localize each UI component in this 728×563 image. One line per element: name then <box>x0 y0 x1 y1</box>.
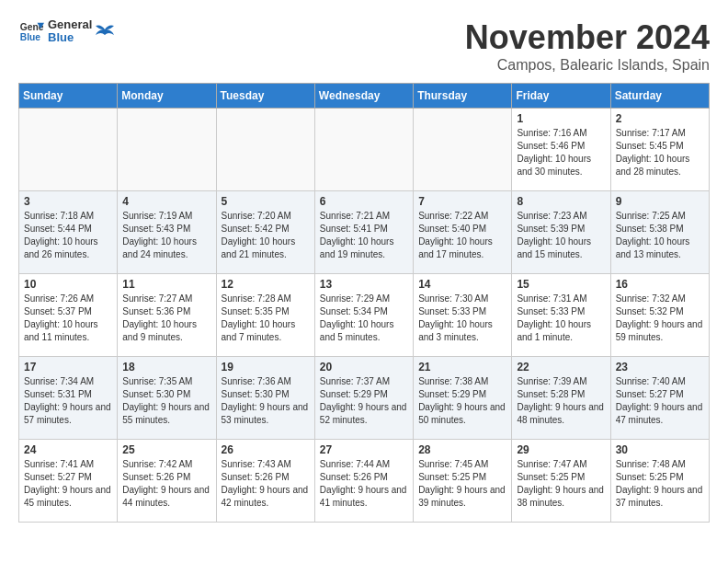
week-row-5: 24Sunrise: 7:41 AMSunset: 5:27 PMDayligh… <box>19 440 710 523</box>
calendar-cell: 6Sunrise: 7:21 AMSunset: 5:41 PMDaylight… <box>314 191 413 274</box>
calendar-cell: 28Sunrise: 7:45 AMSunset: 5:25 PMDayligh… <box>414 440 512 523</box>
day-info: Sunrise: 7:21 AMSunset: 5:41 PMDaylight:… <box>320 210 408 261</box>
logo-icon: General Blue <box>18 18 44 44</box>
calendar-cell: 18Sunrise: 7:35 AMSunset: 5:30 PMDayligh… <box>118 357 216 440</box>
calendar-cell: 14Sunrise: 7:30 AMSunset: 5:33 PMDayligh… <box>414 274 512 357</box>
day-info: Sunrise: 7:19 AMSunset: 5:43 PMDaylight:… <box>122 210 210 261</box>
calendar-cell: 25Sunrise: 7:42 AMSunset: 5:26 PMDayligh… <box>118 440 216 523</box>
day-info: Sunrise: 7:32 AMSunset: 5:32 PMDaylight:… <box>616 293 704 344</box>
week-row-4: 17Sunrise: 7:34 AMSunset: 5:31 PMDayligh… <box>19 357 710 440</box>
day-info: Sunrise: 7:40 AMSunset: 5:27 PMDaylight:… <box>616 375 704 427</box>
day-number: 7 <box>418 195 506 208</box>
calendar-cell: 3Sunrise: 7:18 AMSunset: 5:44 PMDaylight… <box>19 191 118 274</box>
day-number: 27 <box>320 443 408 456</box>
day-number: 26 <box>222 443 310 456</box>
day-info: Sunrise: 7:30 AMSunset: 5:33 PMDaylight:… <box>418 293 506 344</box>
day-number: 9 <box>616 195 704 208</box>
day-info: Sunrise: 7:41 AMSunset: 5:27 PMDaylight:… <box>24 458 112 510</box>
day-number: 13 <box>320 278 408 291</box>
logo-general: General <box>48 18 92 31</box>
day-info: Sunrise: 7:37 AMSunset: 5:29 PMDaylight:… <box>320 375 408 427</box>
calendar-cell <box>19 109 118 191</box>
day-number: 6 <box>320 195 408 208</box>
calendar-cell: 1Sunrise: 7:16 AMSunset: 5:46 PMDaylight… <box>512 109 610 191</box>
calendar-cell: 20Sunrise: 7:37 AMSunset: 5:29 PMDayligh… <box>314 357 413 440</box>
day-number: 23 <box>616 361 704 373</box>
calendar-cell <box>414 109 512 191</box>
day-number: 14 <box>418 278 506 291</box>
day-number: 3 <box>24 195 112 208</box>
header-friday: Friday <box>512 84 610 109</box>
day-info: Sunrise: 7:23 AMSunset: 5:39 PMDaylight:… <box>517 210 605 261</box>
logo-blue: Blue <box>48 31 92 44</box>
calendar-cell: 24Sunrise: 7:41 AMSunset: 5:27 PMDayligh… <box>19 440 118 523</box>
day-info: Sunrise: 7:44 AMSunset: 5:26 PMDaylight:… <box>320 458 408 510</box>
header-tuesday: Tuesday <box>216 84 314 109</box>
calendar-cell: 15Sunrise: 7:31 AMSunset: 5:33 PMDayligh… <box>512 274 610 357</box>
svg-text:Blue: Blue <box>20 33 41 43</box>
calendar-cell <box>216 109 314 191</box>
calendar-cell: 11Sunrise: 7:27 AMSunset: 5:36 PMDayligh… <box>118 274 216 357</box>
header-sunday: Sunday <box>19 84 118 109</box>
header-wednesday: Wednesday <box>314 84 413 109</box>
day-number: 17 <box>24 361 112 373</box>
calendar-cell <box>314 109 413 191</box>
day-info: Sunrise: 7:20 AMSunset: 5:42 PMDaylight:… <box>222 210 310 261</box>
day-info: Sunrise: 7:26 AMSunset: 5:37 PMDaylight:… <box>24 293 112 344</box>
day-number: 21 <box>418 361 506 373</box>
week-row-1: 1Sunrise: 7:16 AMSunset: 5:46 PMDaylight… <box>19 109 710 191</box>
calendar-cell: 29Sunrise: 7:47 AMSunset: 5:25 PMDayligh… <box>512 440 610 523</box>
calendar-cell: 7Sunrise: 7:22 AMSunset: 5:40 PMDaylight… <box>414 191 512 274</box>
calendar-cell: 13Sunrise: 7:29 AMSunset: 5:34 PMDayligh… <box>314 274 413 357</box>
calendar-cell: 5Sunrise: 7:20 AMSunset: 5:42 PMDaylight… <box>216 191 314 274</box>
location-subtitle: Campos, Balearic Islands, Spain <box>465 57 710 74</box>
calendar-cell: 10Sunrise: 7:26 AMSunset: 5:37 PMDayligh… <box>19 274 118 357</box>
day-info: Sunrise: 7:31 AMSunset: 5:33 PMDaylight:… <box>517 293 605 344</box>
day-info: Sunrise: 7:29 AMSunset: 5:34 PMDaylight:… <box>320 293 408 344</box>
calendar-table: Sunday Monday Tuesday Wednesday Thursday… <box>18 83 710 523</box>
day-info: Sunrise: 7:25 AMSunset: 5:38 PMDaylight:… <box>616 210 704 261</box>
day-number: 10 <box>24 278 112 291</box>
calendar-cell: 30Sunrise: 7:48 AMSunset: 5:25 PMDayligh… <box>610 440 709 523</box>
day-info: Sunrise: 7:22 AMSunset: 5:40 PMDaylight:… <box>418 210 506 261</box>
calendar-cell <box>118 109 216 191</box>
week-row-2: 3Sunrise: 7:18 AMSunset: 5:44 PMDaylight… <box>19 191 710 274</box>
day-info: Sunrise: 7:45 AMSunset: 5:25 PMDaylight:… <box>418 458 506 510</box>
day-info: Sunrise: 7:36 AMSunset: 5:30 PMDaylight:… <box>222 375 310 427</box>
day-number: 19 <box>222 361 310 373</box>
logo: General Blue General Blue <box>18 18 114 45</box>
day-info: Sunrise: 7:38 AMSunset: 5:29 PMDaylight:… <box>418 375 506 427</box>
day-number: 25 <box>122 443 210 456</box>
logo-bird-icon <box>96 22 114 40</box>
day-info: Sunrise: 7:39 AMSunset: 5:28 PMDaylight:… <box>517 375 605 427</box>
day-number: 1 <box>517 112 605 125</box>
header-thursday: Thursday <box>414 84 512 109</box>
day-number: 20 <box>320 361 408 373</box>
day-info: Sunrise: 7:43 AMSunset: 5:26 PMDaylight:… <box>222 458 310 510</box>
day-info: Sunrise: 7:35 AMSunset: 5:30 PMDaylight:… <box>122 375 210 427</box>
day-number: 12 <box>222 278 310 291</box>
day-info: Sunrise: 7:42 AMSunset: 5:26 PMDaylight:… <box>122 458 210 510</box>
day-number: 29 <box>517 443 605 456</box>
day-number: 28 <box>418 443 506 456</box>
day-number: 15 <box>517 278 605 291</box>
title-section: November 2024 Campos, Balearic Islands, … <box>465 18 710 74</box>
calendar-cell: 21Sunrise: 7:38 AMSunset: 5:29 PMDayligh… <box>414 357 512 440</box>
header-monday: Monday <box>118 84 216 109</box>
day-info: Sunrise: 7:18 AMSunset: 5:44 PMDaylight:… <box>24 210 112 261</box>
week-row-3: 10Sunrise: 7:26 AMSunset: 5:37 PMDayligh… <box>19 274 710 357</box>
calendar-cell: 12Sunrise: 7:28 AMSunset: 5:35 PMDayligh… <box>216 274 314 357</box>
day-number: 2 <box>616 112 704 125</box>
day-number: 4 <box>122 195 210 208</box>
day-number: 22 <box>517 361 605 373</box>
day-number: 5 <box>222 195 310 208</box>
calendar-cell: 2Sunrise: 7:17 AMSunset: 5:45 PMDaylight… <box>610 109 709 191</box>
day-info: Sunrise: 7:16 AMSunset: 5:46 PMDaylight:… <box>517 127 605 178</box>
day-info: Sunrise: 7:17 AMSunset: 5:45 PMDaylight:… <box>616 127 704 178</box>
day-info: Sunrise: 7:48 AMSunset: 5:25 PMDaylight:… <box>616 458 704 510</box>
header: General Blue General Blue November 2024 … <box>18 18 710 74</box>
day-info: Sunrise: 7:34 AMSunset: 5:31 PMDaylight:… <box>24 375 112 427</box>
day-number: 30 <box>616 443 704 456</box>
day-number: 24 <box>24 443 112 456</box>
calendar-cell: 23Sunrise: 7:40 AMSunset: 5:27 PMDayligh… <box>610 357 709 440</box>
